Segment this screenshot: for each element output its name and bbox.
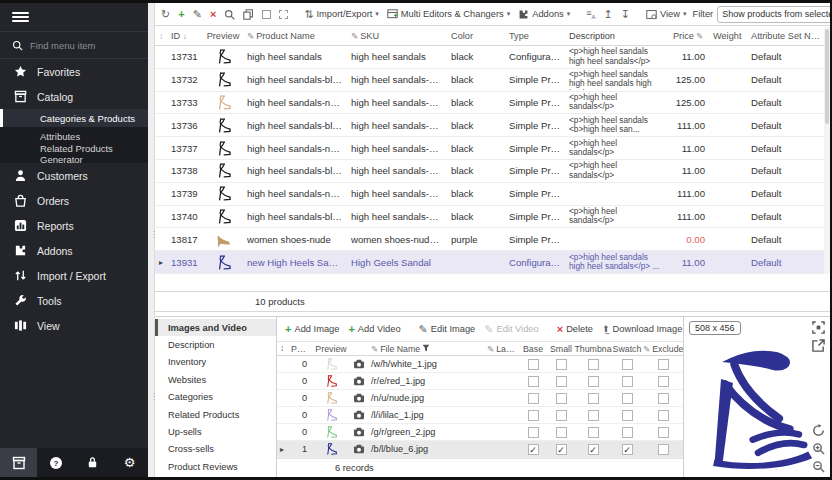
column-header-priority[interactable]: Pr✎ <box>287 344 311 354</box>
fit-screen-icon[interactable] <box>812 321 825 334</box>
checkbox-thumbnail[interactable] <box>588 427 599 438</box>
sidebar-item-catalog[interactable]: Catalog <box>0 84 148 109</box>
sidebar-item-related-products-generator[interactable]: Related Products Generator <box>0 145 148 163</box>
image-row[interactable]: 0 /r/e/red_1.jpg <box>277 373 683 390</box>
column-header-attribute-set[interactable]: Attribute Set Name <box>747 31 824 41</box>
product-row[interactable]: 13738 high heel sandals-black-37 high he… <box>155 160 824 183</box>
product-row[interactable]: 13737 high heel sandals-nude-36 high hee… <box>155 137 824 160</box>
add-product-button[interactable]: + <box>176 8 186 21</box>
delete-product-button[interactable]: × <box>208 8 218 21</box>
sidebar-item-addons[interactable]: Addons <box>0 238 148 263</box>
column-header-file-name[interactable]: ✎File Name <box>367 344 483 354</box>
sidebar-item-tools[interactable]: Tools <box>0 288 148 313</box>
move-top-button[interactable]: ↥ <box>602 8 615 21</box>
row-handle-header[interactable]: ⁞ <box>277 344 287 353</box>
checkbox-base[interactable] <box>528 376 539 387</box>
sidebar-item-orders[interactable]: Orders <box>0 188 148 213</box>
column-header-id[interactable]: ID ↓ <box>167 31 203 41</box>
checkbox-swatch[interactable] <box>622 427 633 438</box>
product-row[interactable]: 13732 high heel sandals-black high heel … <box>155 69 824 92</box>
addons-menu[interactable]: Addons▾ <box>516 8 572 21</box>
image-row[interactable]: 0 /g/r/green_2.jpg <box>277 424 683 441</box>
sidebar-item-view[interactable]: View <box>0 313 148 338</box>
open-external-icon[interactable] <box>812 339 825 352</box>
column-header-product-name[interactable]: ✎Product Name <box>243 31 347 41</box>
zoom-in-icon[interactable] <box>812 442 825 455</box>
panel-splitter[interactable]: ⋮ ⋮ <box>148 3 155 477</box>
select-range-button[interactable] <box>277 9 290 20</box>
image-row[interactable]: 0 /l/i/lilac_1.jpg <box>277 407 683 424</box>
product-row[interactable]: 13733 high heel sandals-nude high heel s… <box>155 92 824 115</box>
menu-search-input[interactable] <box>30 40 130 51</box>
product-row[interactable]: 13739 high heel sandals-nude-37 high hee… <box>155 183 824 206</box>
column-header-small[interactable]: Small <box>547 344 575 354</box>
add-image-button[interactable]: +Add Image <box>283 323 341 336</box>
column-header-sku[interactable]: ✎SKU <box>347 31 447 41</box>
column-header-description[interactable]: Description <box>565 31 665 42</box>
duplicate-button[interactable] <box>241 8 256 21</box>
checkbox-base[interactable] <box>528 410 539 421</box>
column-header-base[interactable]: Base <box>519 344 547 354</box>
checkbox-exclude[interactable] <box>658 427 669 438</box>
move-bottom-button[interactable]: ↧ <box>619 8 632 21</box>
view-menu[interactable]: View▾ <box>644 8 689 21</box>
product-row[interactable]: ▸ 13931 new High Heels Sandals High Geel… <box>155 251 824 274</box>
detail-tab-product-reviews[interactable]: Product Reviews <box>155 458 276 475</box>
checkbox-exclude[interactable] <box>658 376 669 387</box>
checkbox-small[interactable] <box>556 393 567 404</box>
delete-image-button[interactable]: ×Delete <box>555 323 595 336</box>
image-row[interactable]: 0 /w/h/white_1.jpg <box>277 356 683 373</box>
checkbox-thumbnail[interactable] <box>588 359 599 370</box>
edit-image-button[interactable]: ✎Edit Image <box>417 323 478 336</box>
settings-button[interactable]: ⚙ <box>111 448 148 477</box>
checkbox-swatch[interactable] <box>622 393 633 404</box>
checkbox-base[interactable]: ✓ <box>528 444 539 455</box>
column-header-color[interactable]: Color <box>447 31 505 41</box>
checkbox-swatch[interactable] <box>622 359 633 370</box>
detail-tab-categories[interactable]: Categories <box>155 389 276 406</box>
detail-tab-related-products[interactable]: Related Products <box>155 406 276 423</box>
column-header-weight[interactable]: Weight <box>709 31 747 41</box>
detail-tab-up-sells[interactable]: Up-sells <box>155 423 276 440</box>
sidebar-item-reports[interactable]: Reports <box>0 213 148 238</box>
row-handle-header[interactable]: ⁞ <box>155 32 167 41</box>
sort-button[interactable]: ≡A <box>584 8 597 21</box>
product-row[interactable]: 13817 women shoes-nude women shoes-nude-… <box>155 228 824 251</box>
scrollbar-thumb[interactable] <box>825 29 829 124</box>
checkbox-small[interactable]: ✓ <box>556 444 567 455</box>
help-button[interactable]: ? <box>37 448 74 477</box>
lock-button[interactable] <box>74 448 111 477</box>
store-manager-tab-button[interactable] <box>0 448 37 477</box>
category-filter-select[interactable]: Show products from selected categories▾ <box>717 6 830 23</box>
product-row[interactable]: 13731 high heel sandals high heel sandal… <box>155 46 824 69</box>
checkbox-exclude[interactable] <box>658 444 669 455</box>
checkbox-small[interactable] <box>556 376 567 387</box>
hamburger-menu-button[interactable] <box>0 3 148 31</box>
checkbox-base[interactable] <box>528 427 539 438</box>
detail-tab-description[interactable]: Description <box>155 336 276 353</box>
sidebar-item-favorites[interactable]: Favorites <box>0 59 148 84</box>
detail-tab-websites[interactable]: Websites <box>155 371 276 388</box>
select-all-button[interactable] <box>260 9 273 20</box>
add-video-button[interactable]: +Add Video <box>346 323 402 336</box>
funnel-icon[interactable] <box>422 344 430 352</box>
image-row[interactable]: ▸ 1 /b/l/blue_6.jpg ✓ ✓ ✓ ✓ <box>277 441 683 458</box>
product-row[interactable]: 13736 high heel sandals-black-36 high he… <box>155 114 824 137</box>
zoom-out-icon[interactable] <box>812 460 825 473</box>
column-header-type[interactable]: Type <box>505 31 565 41</box>
checkbox-base[interactable] <box>528 359 539 370</box>
column-header-exclude[interactable]: ✎Exclude <box>643 344 683 354</box>
refresh-button[interactable]: ↻ <box>159 8 172 21</box>
checkbox-small[interactable] <box>556 359 567 370</box>
column-header-preview[interactable]: Preview <box>311 344 351 354</box>
detail-tab-cross-sells[interactable]: Cross-sells <box>155 441 276 458</box>
checkbox-thumbnail[interactable]: ✓ <box>588 444 599 455</box>
column-header-preview[interactable]: Preview <box>203 31 243 41</box>
download-image-button[interactable]: ⬆̲Download Image <box>600 323 683 335</box>
import-export-menu[interactable]: ⇅Import/Export▾ <box>302 8 381 21</box>
checkbox-base[interactable] <box>528 393 539 404</box>
checkbox-swatch[interactable] <box>622 410 633 421</box>
checkbox-exclude[interactable] <box>658 359 669 370</box>
checkbox-swatch[interactable]: ✓ <box>622 444 633 455</box>
sidebar-search[interactable] <box>0 31 148 59</box>
